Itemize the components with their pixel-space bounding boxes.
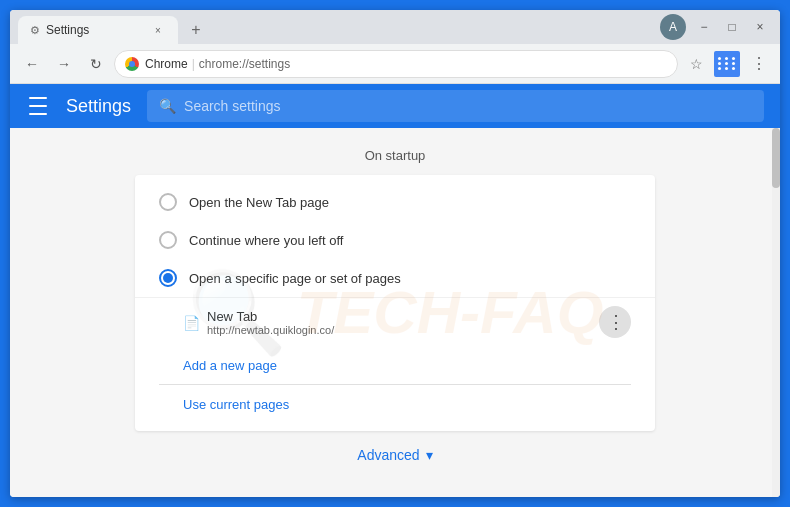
search-input[interactable] <box>184 98 752 114</box>
content-area: 🔍 TECH-FAQ On startup Open the New Tab p… <box>10 128 780 497</box>
page-url: http://newtab.quiklogin.co/ <box>207 324 589 336</box>
settings-card: Open the New Tab page Continue where you… <box>135 175 655 431</box>
search-box[interactable]: 🔍 <box>147 90 764 122</box>
address-brand: Chrome <box>145 57 188 71</box>
address-url: chrome://settings <box>199 57 290 71</box>
scrollbar-thumb[interactable] <box>772 128 780 188</box>
option-newtab-label: Open the New Tab page <box>189 195 329 210</box>
forward-button[interactable]: → <box>50 50 78 78</box>
use-current-link[interactable]: Use current pages <box>135 385 655 423</box>
radio-newtab[interactable] <box>159 193 177 211</box>
close-button[interactable]: × <box>750 17 770 37</box>
apps-grid-icon <box>718 57 737 70</box>
address-bar[interactable]: Chrome | chrome://settings <box>114 50 678 78</box>
window-controls: A − □ × <box>660 14 770 40</box>
add-page-anchor[interactable]: Add a new page <box>183 358 277 373</box>
page-name: New Tab <box>207 309 589 324</box>
page-menu-button[interactable]: ⋮ <box>599 306 631 338</box>
hamburger-line <box>29 97 47 99</box>
apps-button[interactable] <box>714 51 740 77</box>
section-title: On startup <box>135 148 655 163</box>
use-current-anchor[interactable]: Use current pages <box>183 397 289 412</box>
profile-icon[interactable]: A <box>660 14 686 40</box>
option-continue[interactable]: Continue where you left off <box>135 221 655 259</box>
toolbar: ← → ↻ Chrome | chrome://settings ☆ ⋮ <box>10 44 780 84</box>
option-newtab[interactable]: Open the New Tab page <box>135 183 655 221</box>
app-header: Settings 🔍 <box>10 84 780 128</box>
add-page-link[interactable]: Add a new page <box>135 346 655 384</box>
page-doc-icon: 📄 <box>183 315 197 329</box>
maximize-button[interactable]: □ <box>722 17 742 37</box>
app-title: Settings <box>66 96 131 117</box>
settings-content: On startup Open the New Tab page Continu… <box>10 128 780 497</box>
page-info: New Tab http://newtab.quiklogin.co/ <box>207 309 589 336</box>
tab-close-button[interactable]: × <box>150 22 166 38</box>
new-tab-button[interactable]: + <box>182 16 210 44</box>
scrollbar-track <box>772 128 780 497</box>
address-separator: | <box>192 57 195 71</box>
hamburger-line <box>29 105 47 107</box>
advanced-label: Advanced <box>357 447 419 463</box>
browser-tab[interactable]: ⚙ Settings × <box>18 16 178 44</box>
title-bar: ⚙ Settings × + A − □ × <box>10 10 780 44</box>
search-icon: 🔍 <box>159 98 176 114</box>
refresh-button[interactable]: ↻ <box>82 50 110 78</box>
settings-tab-icon: ⚙ <box>30 24 40 37</box>
option-specific-label: Open a specific page or set of pages <box>189 271 401 286</box>
option-continue-label: Continue where you left off <box>189 233 343 248</box>
advanced-button[interactable]: Advanced ▾ <box>50 447 740 463</box>
browser-window: ⚙ Settings × + A − □ × ← → ↻ Chrome | ch… <box>10 10 780 497</box>
tab-label: Settings <box>46 23 89 37</box>
hamburger-line <box>29 113 47 115</box>
bookmark-button[interactable]: ☆ <box>682 50 710 78</box>
advanced-arrow-icon: ▾ <box>426 447 433 463</box>
radio-continue[interactable] <box>159 231 177 249</box>
more-menu-button[interactable]: ⋮ <box>744 50 772 78</box>
hamburger-menu-button[interactable] <box>26 94 50 118</box>
chrome-logo-icon <box>125 57 139 71</box>
profile-letter: A <box>669 20 677 34</box>
back-button[interactable]: ← <box>18 50 46 78</box>
radio-specific[interactable] <box>159 269 177 287</box>
minimize-button[interactable]: − <box>694 17 714 37</box>
toolbar-actions: ☆ ⋮ <box>682 50 772 78</box>
startup-page-item: 📄 New Tab http://newtab.quiklogin.co/ ⋮ <box>135 297 655 346</box>
address-text: Chrome | chrome://settings <box>145 57 290 71</box>
option-specific[interactable]: Open a specific page or set of pages <box>135 259 655 297</box>
